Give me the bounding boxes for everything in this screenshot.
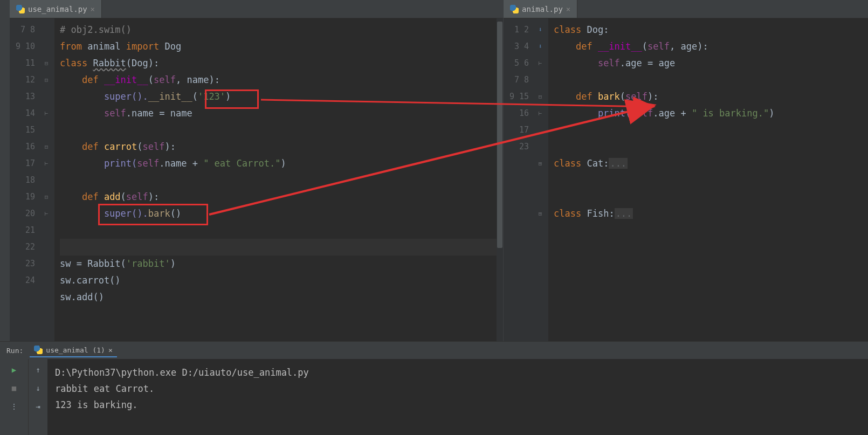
soft-wrap-icon[interactable]: ⇥	[33, 401, 44, 412]
ide-root: use_animal.py × 7 8 9 10 11 12 13 14 15 …	[0, 0, 868, 435]
scroll-up-icon[interactable]: ↑	[33, 364, 44, 375]
run-tab-label: use_animal (1)	[46, 346, 105, 354]
run-tab[interactable]: use_animal (1) ×	[30, 343, 116, 357]
scrollbar[interactable]	[497, 18, 503, 341]
code-text-left[interactable]: # obj2.swim() from animal import Dog cla…	[54, 18, 503, 341]
run-nav-gutter: ↑ ↓ ⇥	[28, 359, 47, 435]
python-file-icon	[510, 5, 519, 13]
tab-use-animal[interactable]: use_animal.py ×	[10, 0, 102, 18]
tab-label: use_animal.py	[28, 5, 87, 13]
stop-button[interactable]: ■	[9, 383, 19, 393]
rerun-button[interactable]: ▶	[9, 364, 19, 375]
more-button[interactable]: ⋮	[9, 401, 19, 412]
tab-animal[interactable]: animal.py ×	[504, 0, 577, 18]
editor-pane-left: use_animal.py × 7 8 9 10 11 12 13 14 15 …	[10, 0, 504, 341]
tab-bar-right: animal.py ×	[504, 0, 868, 18]
scroll-down-icon[interactable]: ↓	[33, 383, 44, 393]
code-area-left[interactable]: 7 8 9 10 11 12 13 14 15 16 17 18 19 20 2…	[10, 18, 503, 341]
fold-gutter: ⊟ ⊟ ⊢ ⊟ ⊢ ⊟ ⊢	[39, 18, 54, 341]
run-action-gutter: ▶ ■ ⋮	[0, 359, 28, 435]
run-label: Run:	[6, 347, 23, 355]
tab-label: animal.py	[522, 5, 563, 13]
line-gutter: 1 2 3 4 5 6 7 8 9 15 16 17 23	[504, 18, 533, 341]
tab-bar-left: use_animal.py ×	[10, 0, 503, 18]
python-file-icon	[34, 346, 43, 354]
run-body: ▶ ■ ⋮ ↑ ↓ ⇥ D:\Python37\python.exe D:/ui…	[0, 359, 868, 435]
code-area-right[interactable]: 1 2 3 4 5 6 7 8 9 15 16 17 23 ⬇ ⬇ ⊢ ⊟ ⊢ …	[504, 18, 868, 341]
code-text-right[interactable]: class Dog: def __init__(self, age): self…	[548, 18, 868, 341]
run-tab-bar: Run: use_animal (1) ×	[0, 342, 868, 359]
left-tool-strip[interactable]	[0, 0, 10, 341]
close-icon[interactable]: ×	[108, 346, 113, 354]
line-gutter: 7 8 9 10 11 12 13 14 15 16 17 18 19 20 2…	[10, 18, 39, 341]
python-file-icon	[16, 5, 25, 13]
editor-split: use_animal.py × 7 8 9 10 11 12 13 14 15 …	[0, 0, 868, 341]
close-icon[interactable]: ×	[566, 5, 570, 13]
close-icon[interactable]: ×	[91, 5, 95, 13]
run-tool-window: Run: use_animal (1) × ▶ ■ ⋮ ↑ ↓ ⇥ D:\Pyt…	[0, 341, 868, 435]
fold-gutter: ⬇ ⬇ ⊢ ⊟ ⊢ ⊞ ⊞	[533, 18, 548, 341]
console-output[interactable]: D:\Python37\python.exe D:/uiauto/use_ani…	[47, 359, 868, 435]
editor-pane-right: animal.py × 1 2 3 4 5 6 7 8 9 15 16 17 2…	[504, 0, 868, 341]
